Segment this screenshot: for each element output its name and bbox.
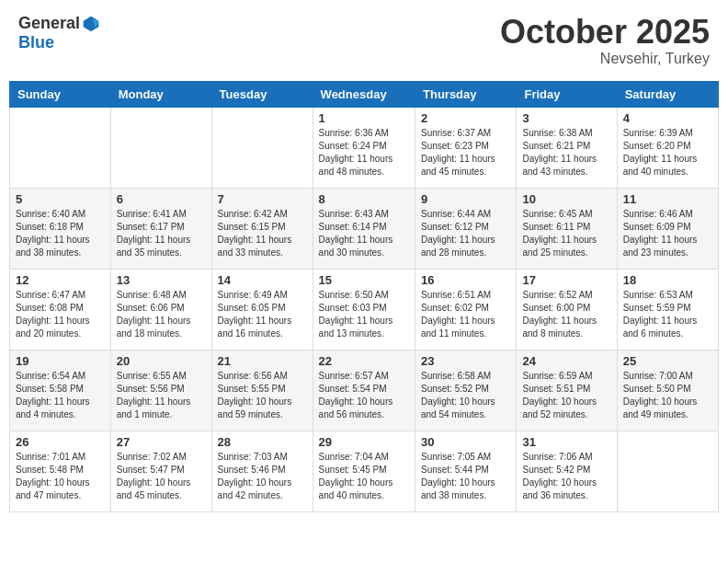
weekday-header-thursday: Thursday bbox=[415, 81, 517, 107]
day-number: 29 bbox=[319, 435, 409, 449]
weekday-header-friday: Friday bbox=[517, 81, 617, 107]
day-number: 30 bbox=[421, 435, 510, 449]
calendar-cell: 31Sunrise: 7:06 AM Sunset: 5:42 PM Dayli… bbox=[517, 431, 617, 511]
logo-blue-text: Blue bbox=[18, 33, 54, 52]
day-number: 5 bbox=[16, 192, 105, 206]
day-number: 12 bbox=[16, 273, 105, 287]
weekday-header-sunday: Sunday bbox=[10, 81, 111, 107]
calendar-cell: 11Sunrise: 6:46 AM Sunset: 6:09 PM Dayli… bbox=[617, 188, 718, 269]
day-info: Sunrise: 6:40 AM Sunset: 6:18 PM Dayligh… bbox=[16, 208, 105, 259]
day-number: 10 bbox=[522, 192, 610, 206]
day-number: 25 bbox=[623, 354, 712, 368]
day-info: Sunrise: 6:55 AM Sunset: 5:56 PM Dayligh… bbox=[117, 370, 206, 421]
calendar-cell: 19Sunrise: 6:54 AM Sunset: 5:58 PM Dayli… bbox=[10, 350, 111, 431]
calendar-cell: 10Sunrise: 6:45 AM Sunset: 6:11 PM Dayli… bbox=[517, 188, 617, 269]
day-info: Sunrise: 7:03 AM Sunset: 5:46 PM Dayligh… bbox=[218, 451, 307, 502]
day-number: 1 bbox=[319, 111, 409, 125]
day-info: Sunrise: 6:54 AM Sunset: 5:58 PM Dayligh… bbox=[16, 370, 105, 421]
calendar-cell: 26Sunrise: 7:01 AM Sunset: 5:48 PM Dayli… bbox=[10, 431, 111, 511]
day-number: 4 bbox=[623, 111, 712, 125]
day-number: 8 bbox=[319, 192, 409, 206]
calendar-cell: 7Sunrise: 6:42 AM Sunset: 6:15 PM Daylig… bbox=[211, 188, 313, 269]
day-info: Sunrise: 6:39 AM Sunset: 6:20 PM Dayligh… bbox=[623, 127, 712, 178]
day-info: Sunrise: 6:53 AM Sunset: 5:59 PM Dayligh… bbox=[623, 289, 712, 340]
day-info: Sunrise: 6:49 AM Sunset: 6:05 PM Dayligh… bbox=[218, 289, 307, 340]
day-info: Sunrise: 6:47 AM Sunset: 6:08 PM Dayligh… bbox=[16, 289, 105, 340]
logo-general-text: General bbox=[18, 14, 80, 33]
calendar-cell: 22Sunrise: 6:57 AM Sunset: 5:54 PM Dayli… bbox=[313, 350, 415, 431]
day-info: Sunrise: 6:57 AM Sunset: 5:54 PM Dayligh… bbox=[319, 370, 409, 421]
week-row-3: 12Sunrise: 6:47 AM Sunset: 6:08 PM Dayli… bbox=[10, 269, 719, 350]
day-info: Sunrise: 7:01 AM Sunset: 5:48 PM Dayligh… bbox=[16, 451, 105, 502]
day-info: Sunrise: 6:58 AM Sunset: 5:52 PM Dayligh… bbox=[421, 370, 510, 421]
day-info: Sunrise: 6:48 AM Sunset: 6:06 PM Dayligh… bbox=[117, 289, 206, 340]
day-number: 26 bbox=[16, 435, 105, 449]
day-number: 18 bbox=[623, 273, 712, 287]
calendar-cell: 8Sunrise: 6:43 AM Sunset: 6:14 PM Daylig… bbox=[313, 188, 415, 269]
calendar-cell bbox=[10, 107, 111, 188]
calendar-cell: 30Sunrise: 7:05 AM Sunset: 5:44 PM Dayli… bbox=[415, 431, 517, 511]
day-info: Sunrise: 6:36 AM Sunset: 6:24 PM Dayligh… bbox=[319, 127, 409, 178]
calendar-cell: 29Sunrise: 7:04 AM Sunset: 5:45 PM Dayli… bbox=[313, 431, 415, 511]
calendar-table: SundayMondayTuesdayWednesdayThursdayFrid… bbox=[9, 81, 719, 512]
week-row-1: 1Sunrise: 6:36 AM Sunset: 6:24 PM Daylig… bbox=[10, 107, 719, 188]
calendar-cell: 12Sunrise: 6:47 AM Sunset: 6:08 PM Dayli… bbox=[10, 269, 111, 350]
calendar-cell: 3Sunrise: 6:38 AM Sunset: 6:21 PM Daylig… bbox=[517, 107, 617, 188]
day-number: 16 bbox=[421, 273, 510, 287]
calendar-cell: 27Sunrise: 7:02 AM Sunset: 5:47 PM Dayli… bbox=[110, 431, 211, 511]
week-row-4: 19Sunrise: 6:54 AM Sunset: 5:58 PM Dayli… bbox=[10, 350, 719, 431]
day-number: 9 bbox=[421, 192, 510, 206]
weekday-header-wednesday: Wednesday bbox=[313, 81, 415, 107]
calendar-cell: 18Sunrise: 6:53 AM Sunset: 5:59 PM Dayli… bbox=[617, 269, 718, 350]
calendar-cell: 2Sunrise: 6:37 AM Sunset: 6:23 PM Daylig… bbox=[415, 107, 517, 188]
day-info: Sunrise: 6:43 AM Sunset: 6:14 PM Dayligh… bbox=[319, 208, 409, 259]
day-number: 28 bbox=[218, 435, 307, 449]
day-number: 11 bbox=[623, 192, 712, 206]
day-number: 23 bbox=[421, 354, 510, 368]
weekday-header-saturday: Saturday bbox=[617, 81, 718, 107]
month-title: October 2025 bbox=[500, 14, 710, 51]
day-info: Sunrise: 7:06 AM Sunset: 5:42 PM Dayligh… bbox=[522, 451, 610, 502]
day-number: 15 bbox=[319, 273, 409, 287]
calendar-cell: 20Sunrise: 6:55 AM Sunset: 5:56 PM Dayli… bbox=[110, 350, 211, 431]
day-info: Sunrise: 7:04 AM Sunset: 5:45 PM Dayligh… bbox=[319, 451, 409, 502]
weekday-header-monday: Monday bbox=[110, 81, 211, 107]
day-info: Sunrise: 6:50 AM Sunset: 6:03 PM Dayligh… bbox=[319, 289, 409, 340]
calendar-cell: 21Sunrise: 6:56 AM Sunset: 5:55 PM Dayli… bbox=[211, 350, 313, 431]
day-info: Sunrise: 6:52 AM Sunset: 6:00 PM Dayligh… bbox=[522, 289, 610, 340]
day-info: Sunrise: 6:37 AM Sunset: 6:23 PM Dayligh… bbox=[421, 127, 510, 178]
week-row-5: 26Sunrise: 7:01 AM Sunset: 5:48 PM Dayli… bbox=[10, 431, 719, 511]
calendar-cell: 5Sunrise: 6:40 AM Sunset: 6:18 PM Daylig… bbox=[10, 188, 111, 269]
day-number: 27 bbox=[117, 435, 206, 449]
calendar-cell: 4Sunrise: 6:39 AM Sunset: 6:20 PM Daylig… bbox=[617, 107, 718, 188]
weekday-header-row: SundayMondayTuesdayWednesdayThursdayFrid… bbox=[10, 81, 719, 107]
day-number: 19 bbox=[16, 354, 105, 368]
day-info: Sunrise: 7:02 AM Sunset: 5:47 PM Dayligh… bbox=[117, 451, 206, 502]
day-info: Sunrise: 6:46 AM Sunset: 6:09 PM Dayligh… bbox=[623, 208, 712, 259]
day-info: Sunrise: 6:41 AM Sunset: 6:17 PM Dayligh… bbox=[117, 208, 206, 259]
logo: General Blue bbox=[18, 14, 100, 52]
day-info: Sunrise: 6:44 AM Sunset: 6:12 PM Dayligh… bbox=[421, 208, 510, 259]
day-number: 31 bbox=[522, 435, 610, 449]
calendar-cell bbox=[617, 431, 718, 511]
week-row-2: 5Sunrise: 6:40 AM Sunset: 6:18 PM Daylig… bbox=[10, 188, 719, 269]
day-number: 24 bbox=[522, 354, 610, 368]
day-number: 7 bbox=[218, 192, 307, 206]
day-info: Sunrise: 6:59 AM Sunset: 5:51 PM Dayligh… bbox=[522, 370, 610, 421]
day-number: 6 bbox=[117, 192, 206, 206]
calendar-cell: 14Sunrise: 6:49 AM Sunset: 6:05 PM Dayli… bbox=[211, 269, 313, 350]
page-header: General Blue October 2025 Nevsehir, Turk… bbox=[9, 9, 719, 72]
day-info: Sunrise: 6:45 AM Sunset: 6:11 PM Dayligh… bbox=[522, 208, 610, 259]
day-info: Sunrise: 6:42 AM Sunset: 6:15 PM Dayligh… bbox=[218, 208, 307, 259]
day-number: 20 bbox=[117, 354, 206, 368]
calendar-cell: 9Sunrise: 6:44 AM Sunset: 6:12 PM Daylig… bbox=[415, 188, 517, 269]
day-number: 22 bbox=[319, 354, 409, 368]
weekday-header-tuesday: Tuesday bbox=[211, 81, 313, 107]
calendar-cell bbox=[110, 107, 211, 188]
day-number: 13 bbox=[117, 273, 206, 287]
calendar-cell bbox=[211, 107, 313, 188]
day-number: 14 bbox=[218, 273, 307, 287]
calendar-cell: 6Sunrise: 6:41 AM Sunset: 6:17 PM Daylig… bbox=[110, 188, 211, 269]
day-info: Sunrise: 7:05 AM Sunset: 5:44 PM Dayligh… bbox=[421, 451, 510, 502]
day-number: 2 bbox=[421, 111, 510, 125]
